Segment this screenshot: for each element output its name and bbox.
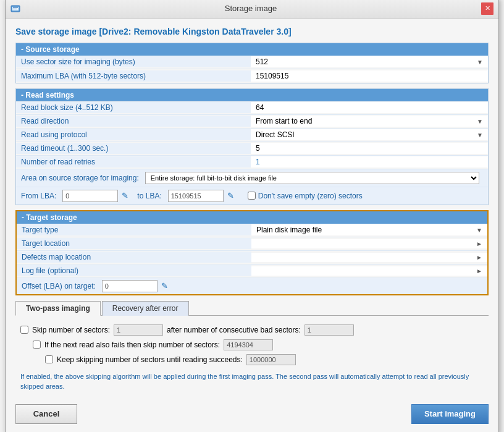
- dont-save-empty-checkbox[interactable]: [248, 192, 256, 200]
- read-retries-label: Number of read retries: [16, 156, 251, 167]
- cancel-button[interactable]: Cancel: [15, 404, 77, 424]
- log-file-label: Log file (optional): [17, 265, 251, 276]
- source-storage-header: - Source storage: [16, 43, 488, 56]
- target-storage-header: - Target storage: [17, 211, 487, 224]
- table-row: Target type Plain disk image file ▼: [17, 224, 487, 237]
- next-read-label: If the next read also fails then skip nu…: [44, 341, 220, 349]
- read-timeout-label: Read timeout (1..300 sec.): [16, 143, 251, 154]
- window-title: Storage image: [20, 4, 481, 13]
- read-block-size-value: 64: [251, 102, 488, 113]
- skip-sectors-label: Skip number of sectors:: [32, 326, 110, 334]
- to-lba-input[interactable]: [168, 190, 224, 202]
- table-row: Maximum LBA (with 512-byte sectors) 1510…: [16, 69, 488, 83]
- table-row: Use sector size for imaging (bytes) 512 …: [16, 56, 488, 69]
- offset-lba-input[interactable]: [102, 280, 158, 292]
- target-type-dropdown-icon: ▼: [476, 227, 482, 234]
- next-read-row: If the next read also fails then skip nu…: [18, 339, 486, 350]
- log-file-nav-icon: ►: [476, 268, 482, 274]
- offset-row: Offset (LBA) on target: ✎: [17, 278, 487, 294]
- sector-size-value[interactable]: 512 ▼: [251, 56, 488, 67]
- table-row: Number of read retries 1: [16, 156, 488, 169]
- table-row: Target location ►: [17, 237, 487, 251]
- target-location-value[interactable]: ►: [251, 239, 487, 248]
- area-select[interactable]: Entire storage: full bit-to-bit disk ima…: [145, 172, 479, 184]
- area-label: Area on source storage for imaging:: [21, 174, 139, 182]
- lba-row: From LBA: ✎ to LBA: ✎ Don't save empty (…: [16, 187, 488, 205]
- table-row: Read using protocol Direct SCSI ▼: [16, 129, 488, 142]
- defects-map-label: Defects map location: [17, 252, 251, 263]
- skip-sectors-checkbox[interactable]: [20, 326, 28, 334]
- tab-recovery-after-error[interactable]: Recovery after error: [102, 301, 189, 316]
- bottom-row: Cancel Start imaging: [15, 398, 489, 426]
- main-window: Storage image ✕ Save storage image [Driv…: [5, 0, 499, 432]
- source-storage-section: - Source storage Use sector size for ima…: [15, 43, 489, 83]
- svg-rect-3: [13, 9, 17, 9]
- table-row: Read timeout (1..300 sec.) 5: [16, 142, 488, 156]
- table-row: Log file (optional) ►: [17, 265, 487, 278]
- read-settings-header: - Read settings: [16, 89, 488, 101]
- tab-two-pass-imaging[interactable]: Two-pass imaging: [15, 301, 101, 316]
- dont-save-empty-label[interactable]: Don't save empty (zero) sectors: [248, 192, 363, 200]
- area-row: Area on source storage for imaging: Enti…: [16, 169, 488, 187]
- svg-rect-2: [13, 7, 18, 8]
- defects-map-nav-icon: ►: [476, 254, 482, 261]
- table-row: Read direction From start to end ▼: [16, 115, 488, 129]
- after-sectors-input[interactable]: [304, 324, 354, 336]
- title-bar: Storage image ✕: [6, 0, 498, 19]
- read-block-size-label: Read block size (4..512 KB): [16, 102, 251, 113]
- read-retries-value: 1: [251, 156, 488, 167]
- skip-sectors-row: Skip number of sectors: after number of …: [18, 324, 486, 336]
- app-icon: [10, 4, 20, 14]
- keep-skipping-input[interactable]: [246, 354, 296, 365]
- offset-lba-edit-icon[interactable]: ✎: [161, 281, 168, 290]
- after-label: after number of consecutive bad sectors:: [167, 326, 301, 334]
- keep-skipping-row: Keep skipping number of sectors until re…: [18, 354, 486, 365]
- to-lba-label: to LBA:: [137, 192, 161, 200]
- table-row: Read block size (4..512 KB) 64: [16, 101, 488, 115]
- info-text: If enabled, the above skipping algorithm…: [18, 369, 486, 394]
- start-imaging-button[interactable]: Start imaging: [411, 404, 489, 424]
- next-read-input[interactable]: [224, 339, 273, 350]
- target-storage-section: - Target storage Target type Plain disk …: [15, 210, 489, 295]
- max-lba-label: Maximum LBA (with 512-byte sectors): [16, 70, 251, 82]
- max-lba-value: 15109515: [251, 70, 488, 82]
- read-direction-label: Read direction: [16, 116, 251, 127]
- sector-size-dropdown-icon: ▼: [477, 59, 483, 66]
- close-button[interactable]: ✕: [481, 2, 494, 15]
- skip-sectors-input[interactable]: [114, 324, 163, 336]
- read-protocol-value[interactable]: Direct SCSI ▼: [251, 129, 488, 140]
- target-type-value[interactable]: Plain disk image file ▼: [251, 224, 487, 235]
- defects-map-value[interactable]: ►: [251, 253, 487, 262]
- read-direction-value[interactable]: From start to end ▼: [251, 116, 488, 127]
- from-lba-input[interactable]: [62, 190, 118, 202]
- read-settings-section: - Read settings Read block size (4..512 …: [15, 88, 489, 205]
- sector-size-label: Use sector size for imaging (bytes): [16, 56, 251, 67]
- target-type-label: Target type: [17, 224, 251, 235]
- next-read-checkbox[interactable]: [33, 341, 41, 349]
- main-title: Save storage image [Drive2: Removable Ki…: [15, 27, 489, 36]
- keep-skipping-label: Keep skipping number of sectors until re…: [57, 355, 243, 364]
- tabs-bar: Two-pass imaging Recovery after error: [15, 300, 489, 316]
- offset-lba-label: Offset (LBA) on target:: [22, 282, 96, 290]
- content-area: Save storage image [Drive2: Removable Ki…: [6, 19, 498, 433]
- read-direction-dropdown-icon: ▼: [477, 118, 483, 125]
- read-timeout-value: 5: [251, 143, 488, 154]
- read-protocol-dropdown-icon: ▼: [477, 132, 483, 138]
- target-location-nav-icon: ►: [476, 240, 482, 247]
- from-lba-label: From LBA:: [21, 192, 56, 200]
- log-file-value[interactable]: ►: [251, 266, 487, 276]
- tab-content: Skip number of sectors: after number of …: [15, 321, 489, 398]
- keep-skipping-checkbox[interactable]: [45, 355, 53, 363]
- target-location-label: Target location: [17, 238, 251, 249]
- from-lba-edit-icon[interactable]: ✎: [122, 191, 128, 200]
- table-row: Defects map location ►: [17, 251, 487, 265]
- read-protocol-label: Read using protocol: [16, 129, 251, 140]
- to-lba-edit-icon[interactable]: ✎: [227, 191, 234, 200]
